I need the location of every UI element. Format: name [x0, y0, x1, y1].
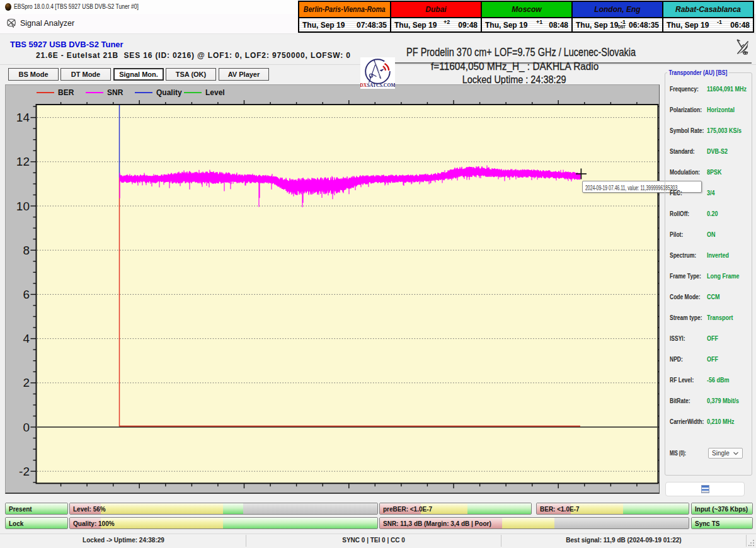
svg-text:6: 6 [23, 288, 30, 301]
svg-text:-2: -2 [19, 465, 30, 478]
svg-text:0: 0 [23, 421, 30, 434]
svg-text:14: 14 [16, 111, 30, 124]
svg-text:DXSATCS.COM: DXSATCS.COM [360, 83, 395, 88]
svg-text:12: 12 [16, 155, 30, 168]
svg-text:4: 4 [23, 332, 30, 345]
svg-text:10: 10 [16, 200, 30, 213]
svg-text:2: 2 [23, 376, 30, 389]
svg-text:8: 8 [23, 244, 30, 257]
